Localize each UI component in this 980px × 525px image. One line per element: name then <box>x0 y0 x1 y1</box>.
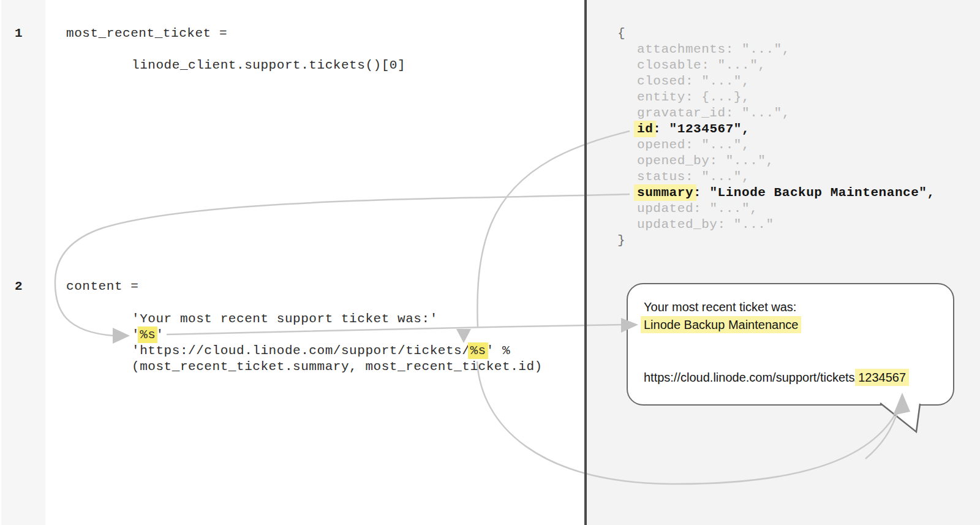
json-key: attachments <box>637 42 726 56</box>
ticket-number-highlight: 1234567 <box>855 369 909 386</box>
json-value: : "...", <box>701 58 766 72</box>
json-key: updated_by <box>637 217 718 232</box>
bubble-intro-text: Your most recent ticket was: <box>644 299 796 315</box>
json-line-attachments: attachments: "...", <box>617 42 935 58</box>
json-key: status <box>637 170 685 184</box>
json-value: : "...", <box>709 154 774 168</box>
json-value: : "...", <box>685 170 750 184</box>
json-key: closed <box>637 74 685 88</box>
json-key: closable <box>637 58 701 72</box>
arrowhead-down-icon <box>456 329 471 343</box>
code-line-string-1: 'Your most recent support ticket was:' <box>132 311 438 327</box>
line-number-2: 2 <box>15 279 23 295</box>
json-line-id: id: "1234567", <box>617 121 935 137</box>
json-value-id: : "1234567", <box>653 122 750 136</box>
json-key-summary-highlight: summary <box>634 184 696 201</box>
json-line-gravatar-id: gravatar_id: "...", <box>617 105 935 121</box>
json-line-status: status: "...", <box>617 169 935 185</box>
annotated-code-diagram: 1 most_recent_ticket = linode_client.sup… <box>0 0 980 525</box>
placeholder-summary-highlight: %s <box>138 327 157 343</box>
json-line-updated-by: updated_by: "..." <box>617 217 935 233</box>
line-number-1: 1 <box>15 26 23 42</box>
quote-text: ' <box>156 328 164 342</box>
summary-value-highlight: Linode Backup Maintenance <box>641 316 801 333</box>
ticket-json-object: { attachments: "...", closable: "...", c… <box>617 26 935 249</box>
panel-divider <box>584 0 587 525</box>
json-key: opened_by <box>637 154 709 168</box>
url-string-text: 'https://cloud.linode.com/support/ticket… <box>132 344 470 358</box>
code-line-placeholder-summary: '%s' <box>132 327 164 343</box>
placeholder-id-highlight: %s <box>468 342 488 359</box>
code-line-assignment-2: content = <box>66 279 138 295</box>
json-key: gravatar_id <box>637 106 726 120</box>
json-value: : "...", <box>726 42 790 56</box>
json-line-entity: entity: {...}, <box>617 89 935 105</box>
json-value: : "...", <box>685 138 750 152</box>
json-value: : "..." <box>718 217 774 232</box>
json-open-brace: { <box>617 26 935 42</box>
json-line-summary: summary: "Linode Backup Maintenance", <box>617 185 935 201</box>
arrowhead-right-icon <box>113 328 130 344</box>
json-key: updated <box>637 202 693 216</box>
line-number-gutter <box>1 0 45 525</box>
json-value-summary: : "Linode Backup Maintenance", <box>693 186 935 200</box>
json-line-opened-by: opened_by: "...", <box>617 153 935 169</box>
code-line-assignment-1: most_recent_ticket = <box>66 26 227 42</box>
json-value: : {...}, <box>685 90 750 104</box>
code-line-tickets-call: linode_client.support.tickets()[0] <box>132 58 405 74</box>
json-line-updated: updated: "...", <box>617 201 935 217</box>
quote-text: ' % <box>486 344 510 358</box>
url-text: https://cloud.linode.com/support/tickets… <box>644 371 858 384</box>
json-line-closable: closable: "...", <box>617 58 935 74</box>
output-speech-bubble: Your most recent ticket was: Linode Back… <box>627 283 954 406</box>
json-line-opened: opened: "...", <box>617 137 935 153</box>
json-value: : "...", <box>726 106 790 120</box>
json-close-brace: } <box>617 233 935 249</box>
json-line-closed: closed: "...", <box>617 74 935 89</box>
json-value: : "...", <box>693 202 758 216</box>
json-key: entity <box>637 90 685 104</box>
json-value: : "...", <box>685 74 750 88</box>
json-key: opened <box>637 138 685 152</box>
bubble-url-text: https://cloud.linode.com/support/tickets… <box>644 369 906 386</box>
code-line-format-args: (most_recent_ticket.summary, most_recent… <box>132 359 543 375</box>
code-line-url-string: 'https://cloud.linode.com/support/ticket… <box>132 343 510 359</box>
bubble-summary-text: Linode Backup Maintenance <box>644 317 798 333</box>
